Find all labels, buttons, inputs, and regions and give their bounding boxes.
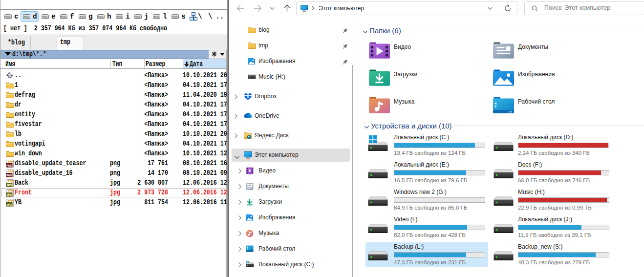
svg-text:JPG: JPG <box>7 184 12 187</box>
svg-text:PNG: PNG <box>6 174 12 177</box>
svg-text:PNG: PNG <box>6 164 12 167</box>
svg-text:JPG: JPG <box>7 203 12 206</box>
